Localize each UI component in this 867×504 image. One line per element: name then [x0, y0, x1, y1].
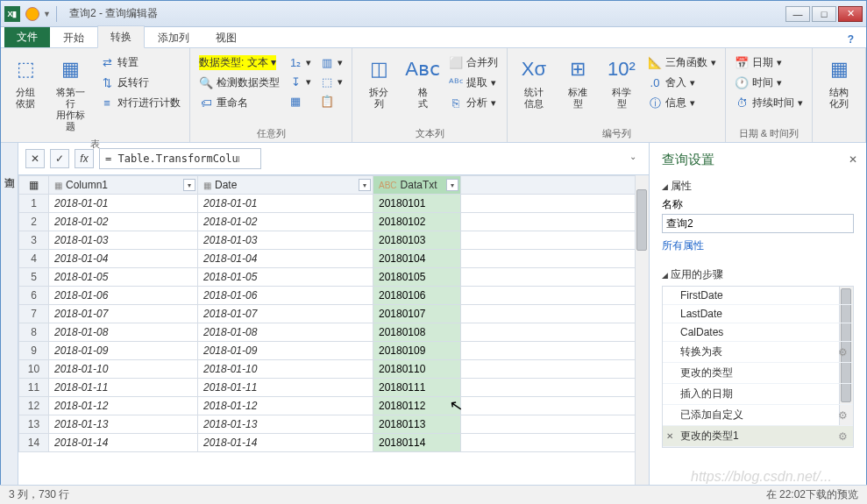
filter-icon[interactable]: ▾: [359, 179, 371, 191]
col-header-column1[interactable]: ▦Column1▾: [49, 176, 198, 195]
table-row[interactable]: 10 2018-01-10 2018-01-10 20180110: [19, 360, 649, 379]
cell[interactable]: 20180113: [373, 415, 461, 434]
step-item[interactable]: 转换为表⚙: [663, 342, 853, 363]
cell[interactable]: 2018-01-10: [49, 360, 198, 379]
cell[interactable]: 2018-01-13: [49, 415, 198, 434]
statistics-button[interactable]: Χσ统计信息: [515, 52, 553, 113]
cell[interactable]: 2018-01-06: [198, 287, 373, 305]
cell[interactable]: 2018-01-04: [49, 250, 198, 268]
cell[interactable]: 20180112: [373, 397, 461, 415]
cell[interactable]: 20180102: [373, 213, 461, 231]
queries-pane-toggle[interactable]: 查询: [1, 143, 18, 504]
cell[interactable]: 2018-01-14: [49, 434, 198, 452]
gear-icon[interactable]: ⚙: [838, 409, 848, 422]
file-tab[interactable]: 文件: [4, 27, 50, 47]
detect-datatype-button[interactable]: 🔍检测数据类型: [197, 74, 281, 92]
move-button[interactable]: ⬚▾: [318, 73, 345, 90]
step-item[interactable]: 插入的日期: [663, 384, 853, 405]
step-item[interactable]: 更改的类型: [663, 363, 853, 384]
cell[interactable]: 20180106: [373, 287, 461, 305]
close-pane-button[interactable]: ✕: [849, 153, 857, 166]
section-steps[interactable]: 应用的步骤: [662, 267, 854, 282]
qat-dropdown-icon[interactable]: ▼: [43, 10, 51, 18]
gear-icon[interactable]: ⚙: [838, 430, 848, 443]
row-number[interactable]: 8: [19, 323, 49, 342]
structured-column-button[interactable]: ▦结构化列: [820, 52, 858, 113]
tab-transform[interactable]: 转换: [97, 25, 145, 48]
cell[interactable]: 2018-01-13: [198, 415, 373, 434]
table-row[interactable]: 13 2018-01-13 2018-01-13 20180113: [19, 415, 649, 434]
table-row[interactable]: 6 2018-01-06 2018-01-06 20180106: [19, 287, 649, 305]
cell[interactable]: 2018-01-02: [49, 213, 198, 231]
cell[interactable]: 20180111: [373, 379, 461, 397]
extract-button[interactable]: ᴬᴮᶜ提取▾: [447, 74, 500, 92]
accept-fx-button[interactable]: ✓: [50, 149, 69, 168]
standard-button[interactable]: ⊞标准型: [558, 52, 597, 113]
cell[interactable]: 20180109: [373, 342, 461, 360]
row-number[interactable]: 6: [19, 287, 49, 305]
duration-button[interactable]: ⏱持续时间▾: [733, 94, 805, 112]
date-button[interactable]: 📅日期▾: [733, 53, 805, 72]
col-header-datatxt[interactable]: ABCDataTxt▾: [373, 176, 461, 195]
tab-addcolumn[interactable]: 添加列: [145, 26, 203, 48]
filter-icon[interactable]: ▾: [446, 179, 458, 191]
cell[interactable]: 20180101: [373, 195, 461, 213]
help-icon[interactable]: ?: [844, 32, 857, 47]
table-row[interactable]: 14 2018-01-14 2018-01-14 20180114: [19, 434, 649, 452]
table-row[interactable]: 9 2018-01-09 2018-01-09 20180109: [19, 342, 649, 360]
cell[interactable]: 2018-01-04: [198, 250, 373, 268]
pivot-button[interactable]: ▦: [287, 92, 313, 110]
rounding-button[interactable]: .0舍入▾: [646, 74, 718, 92]
cell[interactable]: 2018-01-03: [49, 231, 198, 250]
step-item[interactable]: FirstDate: [663, 287, 853, 305]
transpose-button[interactable]: ⇄转置: [98, 53, 182, 72]
row-number[interactable]: 14: [19, 434, 49, 452]
cell[interactable]: 2018-01-06: [49, 287, 198, 305]
count-rows-button[interactable]: ≡对行进行计数: [98, 94, 182, 112]
table-row[interactable]: 2 2018-01-02 2018-01-02 20180102: [19, 213, 649, 231]
row-number[interactable]: 13: [19, 415, 49, 434]
cell[interactable]: 2018-01-11: [49, 379, 198, 397]
cell[interactable]: 2018-01-05: [198, 268, 373, 287]
cell[interactable]: 2018-01-12: [198, 397, 373, 415]
table-row[interactable]: 3 2018-01-03 2018-01-03 20180103: [19, 231, 649, 250]
table-row[interactable]: 1 2018-01-01 2018-01-01 20180101: [19, 195, 649, 213]
fill-button[interactable]: ↧▾: [287, 73, 313, 90]
cell[interactable]: 20180107: [373, 305, 461, 323]
data-grid[interactable]: ▦ ▦Column1▾ ▦Date▾ ABCDataTxt▾ 1 2018-01…: [18, 174, 649, 504]
row-number[interactable]: 1: [19, 195, 49, 213]
query-name-input[interactable]: [662, 214, 854, 233]
cell[interactable]: 2018-01-02: [198, 213, 373, 231]
cell[interactable]: 2018-01-07: [49, 305, 198, 323]
cell[interactable]: 2018-01-01: [198, 195, 373, 213]
cell[interactable]: 20180110: [373, 360, 461, 379]
step-item[interactable]: 已添加自定义⚙: [663, 405, 853, 426]
corner-cell[interactable]: ▦: [19, 176, 49, 195]
col-header-date[interactable]: ▦Date▾: [198, 176, 373, 195]
cell[interactable]: 2018-01-14: [198, 434, 373, 452]
row-number[interactable]: 11: [19, 379, 49, 397]
merge-columns-button[interactable]: ⬜合并列: [447, 53, 500, 72]
convert-button[interactable]: 📋: [318, 92, 345, 110]
replace-values-button[interactable]: 1₂▾: [287, 53, 313, 71]
cell[interactable]: 20180103: [373, 231, 461, 250]
cell[interactable]: 2018-01-08: [49, 323, 198, 342]
fx-icon[interactable]: fx: [75, 149, 94, 168]
filter-icon[interactable]: ▾: [183, 179, 195, 191]
row-number[interactable]: 5: [19, 268, 49, 287]
cell[interactable]: 2018-01-05: [49, 268, 198, 287]
first-row-header-button[interactable]: ▦将第一行用作标题: [48, 52, 93, 136]
smiley-icon[interactable]: [25, 7, 39, 21]
cell[interactable]: 2018-01-11: [198, 379, 373, 397]
all-properties-link[interactable]: 所有属性: [662, 238, 704, 253]
row-number[interactable]: 4: [19, 250, 49, 268]
trig-button[interactable]: 📐三角函数▾: [646, 53, 718, 72]
cell[interactable]: 20180108: [373, 323, 461, 342]
cell[interactable]: 2018-01-07: [198, 305, 373, 323]
tab-home[interactable]: 开始: [50, 26, 97, 48]
row-number[interactable]: 12: [19, 397, 49, 415]
datatype-dropdown[interactable]: 数据类型: 文本 ▾: [197, 53, 281, 72]
row-number[interactable]: 7: [19, 305, 49, 323]
time-button[interactable]: 🕐时间▾: [733, 74, 805, 92]
row-number[interactable]: 10: [19, 360, 49, 379]
